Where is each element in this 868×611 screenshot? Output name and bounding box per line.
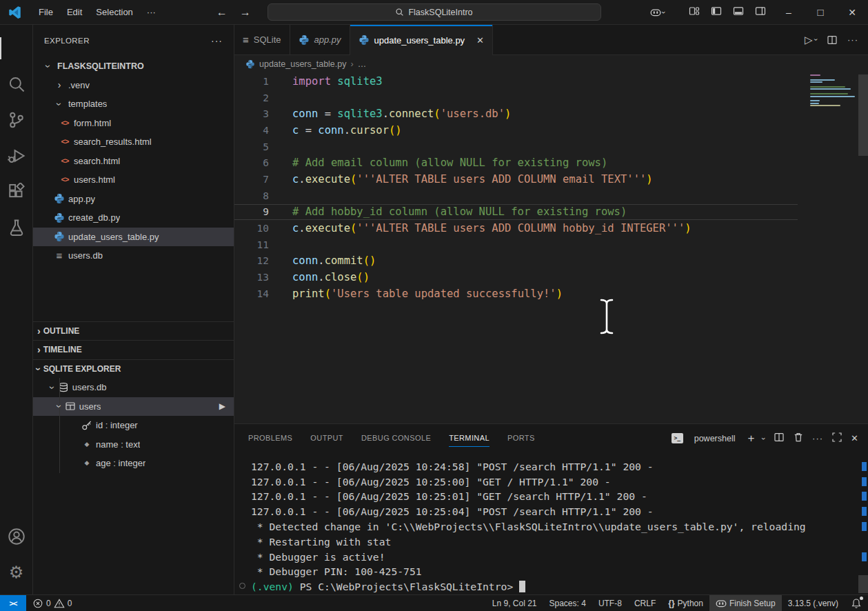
terminal-overview-mark (862, 462, 867, 471)
split-editor-button[interactable] (827, 34, 838, 46)
run-table-query-button[interactable]: ▶ (219, 401, 234, 411)
status-3-13-5-venv-[interactable]: 3.13.5 (.venv) (782, 595, 845, 611)
code-line-13[interactable]: 13 conn.close() (234, 269, 798, 286)
code-line-12[interactable]: 12 conn.commit() (234, 253, 798, 270)
panel-tab-ports[interactable]: PORTS (507, 430, 535, 447)
explorer-item-search-results-html[interactable]: <> search_results.html (33, 132, 234, 152)
explorer-item-users-db[interactable]: ≡ users.db (33, 246, 234, 266)
code-line-10[interactable]: 10 c.execute('''ALTER TABLE users ADD CO… (234, 220, 798, 237)
back-button[interactable]: ← (216, 6, 228, 19)
tab-sqlite[interactable]: ≡SQLite (234, 25, 290, 55)
maximize-button[interactable]: □ (805, 0, 836, 24)
menu-selection[interactable]: Selection (89, 4, 139, 20)
split-terminal-button[interactable] (774, 432, 785, 445)
code-line-9[interactable]: 9 # Add hobby_id column (allow NULL for … (234, 204, 798, 221)
activitybar-testing[interactable] (0, 210, 33, 246)
terminal-dropdown-icon[interactable]: › (760, 437, 768, 440)
explorer-item-app-py[interactable]: app.py (33, 190, 234, 209)
code-line-14[interactable]: 14 print('Users table updated successful… (234, 286, 798, 302)
breadcrumb-file[interactable]: update_users_table.py (259, 59, 346, 69)
customize-layout-button[interactable] (689, 6, 700, 19)
code-line-2[interactable]: 2 (234, 90, 798, 106)
editor-scrollbar[interactable] (858, 73, 868, 423)
sqlite-item-age-integer[interactable]: ◆ age : integer (33, 454, 234, 473)
tab-app-py[interactable]: app.py (290, 25, 350, 55)
status-notifications[interactable] (845, 595, 868, 611)
activitybar-source-control[interactable] (0, 102, 33, 138)
status-utf-8[interactable]: UTF-8 (592, 595, 628, 611)
sqlite-item-id-integer[interactable]: id : integer (33, 416, 234, 435)
explorer-item--venv[interactable]: › .venv (33, 76, 234, 95)
sqlite-item-users-db[interactable]: › users.db (33, 378, 234, 397)
minimap[interactable] (809, 74, 858, 295)
close-button[interactable]: ✕ (836, 0, 868, 24)
activitybar-account[interactable] (0, 519, 33, 554)
explorer-item-search-html[interactable]: <> search.html (33, 152, 234, 171)
explorer-item-users-html[interactable]: <> users.html (33, 170, 234, 190)
editor-more-actions[interactable]: ··· (847, 34, 858, 45)
section-sqlite-explorer[interactable]: ›SQLITE EXPLORER (33, 359, 234, 379)
activitybar-explorer[interactable]: undefined (0, 30, 33, 66)
explorer-more-actions[interactable]: ··· (211, 35, 223, 46)
close-tab-icon[interactable]: ✕ (476, 35, 484, 46)
code-line-3[interactable]: 3 conn = sqlite3.connect('users.db') (234, 106, 798, 122)
minimize-button[interactable]: – (773, 0, 805, 24)
tab-update-users-table-py[interactable]: update_users_table.py ✕ (350, 25, 493, 55)
account-icon (8, 528, 26, 545)
section-timeline[interactable]: ›TIMELINE (33, 340, 234, 359)
kill-terminal-button[interactable] (793, 432, 804, 445)
run-python-file-button[interactable]: ▷› (805, 34, 817, 46)
maximize-panel-button[interactable] (831, 432, 842, 445)
panel-tab-output[interactable]: OUTPUT (310, 430, 343, 447)
sqlite-item-name-text[interactable]: ◆ name : text (33, 435, 234, 454)
breadcrumb[interactable]: update_users_table.py › … (234, 55, 868, 73)
explorer-item-templates[interactable]: › templates (33, 94, 234, 114)
activitybar-settings[interactable]: ⚙ (0, 554, 33, 590)
terminal-scrollbar[interactable] (858, 575, 868, 593)
code-line-8[interactable]: 8 (234, 188, 798, 204)
menu-edit[interactable]: Edit (60, 4, 89, 20)
terminal[interactable]: 127.0.0.1 - - [06/Aug/2025 10:24:58] "PO… (234, 453, 868, 594)
forward-button[interactable]: → (240, 6, 251, 19)
status-python[interactable]: {}Python (662, 595, 709, 611)
toggle-panel-button[interactable] (733, 6, 744, 19)
menu-moremoremore[interactable]: ··· (140, 4, 163, 20)
panel-more-actions[interactable]: ··· (812, 433, 823, 443)
panel-tab-problems[interactable]: PROBLEMS (248, 430, 292, 447)
command-center-search[interactable]: FlaskSQLiteIntro (268, 3, 601, 21)
menu-file[interactable]: File (32, 4, 60, 20)
activitybar-run-debug[interactable] (0, 138, 33, 174)
new-terminal-button[interactable]: + (747, 432, 754, 445)
shell-label[interactable]: powershell (694, 434, 736, 443)
section-outline[interactable]: ›OUTLINE (33, 321, 234, 341)
activitybar-extensions[interactable] (0, 174, 33, 210)
code-line-6[interactable]: 6 # Add email column (allow NULL for exi… (234, 154, 798, 171)
breadcrumb-more[interactable]: … (358, 59, 367, 69)
panel-tab-terminal[interactable]: TERMINAL (449, 430, 489, 447)
status-ln-9-col-21[interactable]: Ln 9, Col 21 (486, 595, 543, 611)
remote-indicator[interactable]: >< (0, 595, 26, 611)
status-spaces-4[interactable]: Spaces: 4 (543, 595, 592, 611)
status-finish-setup[interactable]: Finish Setup (709, 595, 782, 611)
activitybar-search[interactable] (0, 66, 33, 102)
sqlite-item-users[interactable]: › users ▶ (33, 397, 234, 417)
panel-tab-debug-console[interactable]: DEBUG CONSOLE (361, 430, 431, 447)
code-line-7[interactable]: 7 c.execute('''ALTER TABLE users ADD COL… (234, 171, 798, 188)
status-crlf[interactable]: CRLF (628, 595, 662, 611)
code-line-1[interactable]: 1 import sqlite3 (234, 73, 798, 90)
command-decoration-icon[interactable] (239, 583, 245, 589)
code-line-5[interactable]: 5 (234, 139, 798, 155)
close-panel-button[interactable]: ✕ (851, 433, 858, 443)
problems-status[interactable]: 00 (26, 595, 78, 611)
toggle-primary-sidebar-button[interactable] (711, 6, 722, 19)
code-line-4[interactable]: 4 c = conn.cursor() (234, 122, 798, 139)
activity-bar: undefined⚙ (0, 25, 33, 594)
explorer-item-flasksqliteintro[interactable]: › FLASKSQLITEINTRO (33, 57, 234, 76)
explorer-item-form-html[interactable]: <> form.html (33, 114, 234, 133)
copilot-menu[interactable]: › (650, 7, 665, 18)
explorer-item-update-users-table-py[interactable]: update_users_table.py (33, 228, 234, 247)
explorer-item-create-db-py[interactable]: create_db.py (33, 208, 234, 228)
code-editor[interactable]: 1 import sqlite3 2 3 conn = sqlite3.conn… (234, 73, 868, 423)
code-line-11[interactable]: 11 (234, 237, 798, 253)
toggle-secondary-sidebar-button[interactable] (755, 6, 766, 19)
